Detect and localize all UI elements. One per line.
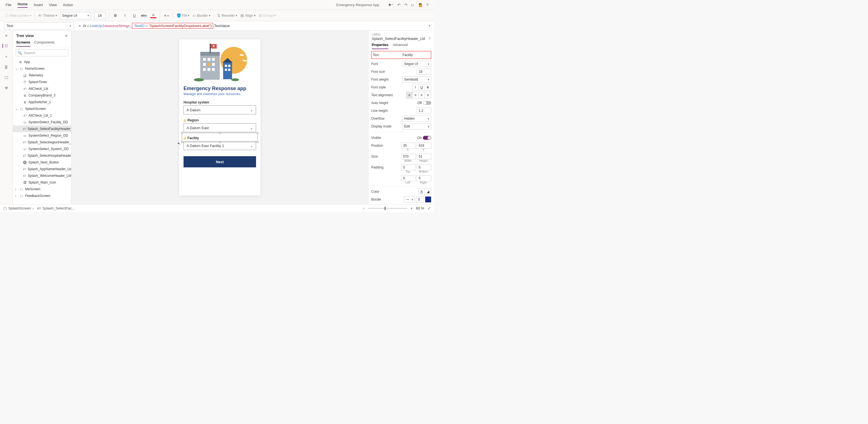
tree-node-feedbackscreen[interactable]: ›▢FeedbackScreen (13, 192, 71, 199)
props-tab-advanced[interactable]: Advanced (393, 43, 407, 49)
menu-view[interactable]: View (49, 3, 57, 7)
prop-fontweight-select[interactable]: Semibold▾ (402, 77, 431, 83)
rail-data-icon[interactable]: 🗄 (4, 65, 8, 69)
pos-y-input[interactable]: 819 (417, 143, 431, 149)
lineheight-input[interactable]: 1.2 (417, 108, 431, 114)
reorder-button[interactable]: ⇅ Reorder ▾ (217, 13, 237, 18)
prop-font-select[interactable]: Segoe UI▾ (402, 61, 431, 67)
tree-node[interactable]: ▭SystemSelect_System_DD (13, 146, 71, 152)
height-input[interactable]: 51 (417, 153, 431, 159)
strike-icon[interactable]: abc (141, 13, 147, 18)
facility-dropdown[interactable]: A Datum East Facility 1⌄ (184, 141, 256, 150)
formula-input[interactable]: LookUp(resourceStrings, TextID = "Splash… (90, 24, 427, 28)
tree-node[interactable]: 🏷Splash_AppNameHeader_Lbl (13, 166, 71, 172)
new-screen-button[interactable]: ▢ New screen ▾ (5, 13, 31, 18)
hospital-dropdown[interactable]: A Datum⌄ (184, 105, 256, 114)
pad-top-input[interactable]: 5 (401, 164, 415, 171)
breadcrumb[interactable]: ▢SplashScreen› (3, 206, 34, 210)
overflow-select[interactable]: Hidden▾ (402, 116, 431, 122)
tree-node[interactable]: ▭SystemSelect_Facility_DD (13, 119, 71, 125)
menu-file[interactable]: File (6, 3, 11, 7)
rail-tree-icon[interactable]: ☷ (2, 44, 8, 48)
prop-label: Text alignment (371, 93, 393, 97)
tree-node[interactable]: 📊Telemetry (13, 72, 71, 79)
font-color-icon[interactable]: A (150, 13, 156, 18)
color-style-group[interactable]: A◢ (418, 188, 431, 195)
next-button[interactable]: Next (184, 156, 256, 168)
width-input[interactable]: 570 (401, 153, 415, 159)
tree-node[interactable]: ⊞CompanyBrand_3 (13, 92, 71, 99)
tree-node[interactable]: ⏱SplashTimer (13, 79, 71, 85)
rail-advanced-icon[interactable]: ⚒ (5, 86, 8, 90)
text-align-icon[interactable]: ≡ (163, 13, 169, 18)
italic-icon[interactable]: I (122, 13, 128, 18)
play-icon[interactable]: ▷ (411, 3, 414, 7)
tree-search-input[interactable]: 🔍 Search (16, 49, 68, 56)
tree-node[interactable]: 🏷AltCheck_Lbl_1 (13, 112, 71, 119)
share-icon[interactable]: 🙍 (418, 3, 423, 7)
redo-icon[interactable]: ↷ (404, 3, 407, 7)
text-align-group[interactable]: ≡≡≡≡ (406, 92, 431, 98)
pad-bottom-input[interactable]: 5 (417, 164, 431, 171)
design-canvas[interactable]: Emergency Response app Manage and maximi… (71, 31, 368, 204)
rail-media-icon[interactable]: 🖵 (4, 75, 8, 80)
border-style-select[interactable]: ―▾ (404, 196, 415, 203)
tree-node-selected[interactable]: 🏷Splash_SelectFacilityHeader_Lbl⋯ (13, 125, 71, 132)
tree-node[interactable]: ⊞AppSwitcher_1 (13, 99, 71, 105)
visible-toggle[interactable] (423, 136, 431, 140)
border-color-swatch[interactable] (425, 196, 431, 203)
font-style-group[interactable]: IUS (412, 84, 431, 91)
zoom-slider[interactable] (368, 208, 407, 209)
tree-tab-screens[interactable]: Screens (16, 40, 30, 47)
border-button[interactable]: ▭ Border ▾ (192, 13, 210, 18)
font-size-input[interactable]: 18 (94, 12, 105, 19)
app-checker-icon[interactable]: ✚⁺ (388, 3, 393, 7)
tree-node[interactable]: 🏷Splash_WelcomeHeader_Lbl (13, 172, 71, 179)
fx-icon[interactable]: fx ▾ (84, 24, 89, 28)
prop-input-text[interactable]: Facility (401, 52, 430, 58)
menu-action[interactable]: Action (63, 3, 73, 7)
tree-tab-components[interactable]: Components (34, 40, 55, 47)
border-width-input[interactable]: 0 (416, 196, 424, 203)
tree-node[interactable]: 🏷AltCheck_Lbl (13, 85, 71, 92)
prop-fontsize-input[interactable]: 18 (417, 69, 431, 75)
rail-hamburger-icon[interactable]: ≡ (5, 33, 7, 38)
menu-home[interactable]: Home (18, 2, 28, 8)
fill-button[interactable]: 🪣 Fill ▾ (177, 13, 189, 18)
formula-expand-icon[interactable]: ▾ (429, 24, 430, 27)
panel-help-icon[interactable]: ? (429, 36, 431, 41)
breadcrumb[interactable]: 🏷Splash_SelectFac… (37, 206, 75, 210)
props-tab-properties[interactable]: Properties (372, 43, 388, 49)
fit-screen-icon[interactable]: ⤢ (428, 206, 431, 210)
tree-node[interactable]: 🏷Splash_SelectregionHeader_Lbl (13, 139, 71, 146)
tree-node-homescreen[interactable]: ⌄▢HomeScreen (13, 65, 71, 72)
tree-node[interactable]: 🔘Splash_Next_Button (13, 159, 71, 166)
tree-node[interactable]: ▭SystemSelect_Region_DD (13, 132, 71, 139)
theme-button[interactable]: Aᵃ Theme ▾ (38, 13, 57, 18)
zoom-in-icon[interactable]: + (410, 206, 413, 210)
tree-node-mescreen[interactable]: ›▢MeScreen (13, 186, 71, 192)
facility-label-selected[interactable]: ⚠Facility (184, 134, 256, 141)
displaymode-select[interactable]: Edit▾ (402, 123, 431, 129)
tree-node-splashscreen[interactable]: ⌄▢SplashScreen (13, 105, 71, 112)
align-button[interactable]: ▤ Align ▾ (241, 13, 255, 18)
bold-icon[interactable]: B (113, 13, 119, 18)
help-icon[interactable]: ? (427, 3, 428, 7)
font-selector[interactable]: Segoe UI▾ (60, 12, 91, 19)
tree-node[interactable]: 🏷Splash_SelectHospitalHeader_Lbl (13, 152, 71, 159)
pos-x-input[interactable]: 35 (401, 143, 415, 149)
menu-insert[interactable]: Insert (34, 3, 43, 7)
tree-close-icon[interactable]: ✕ (65, 34, 68, 38)
autoheight-toggle[interactable] (423, 101, 431, 105)
zoom-out-icon[interactable]: − (363, 206, 365, 210)
rail-insert-icon[interactable]: ＋ (4, 54, 8, 59)
pad-right-input[interactable]: 5 (417, 175, 431, 181)
underline-icon[interactable]: U (131, 13, 137, 18)
pad-left-input[interactable]: 5 (401, 175, 415, 181)
group-button[interactable]: ⊞ Group ▾ (259, 13, 276, 18)
property-selector[interactable]: Text▾ (4, 22, 74, 30)
tree-node[interactable]: 🖼Splash_Main_Icon (13, 179, 71, 186)
tree-node-app[interactable]: ⊞App (13, 59, 71, 65)
undo-icon[interactable]: ↶ (398, 3, 401, 7)
region-dropdown[interactable]: A Datum East⌄ (184, 123, 256, 132)
